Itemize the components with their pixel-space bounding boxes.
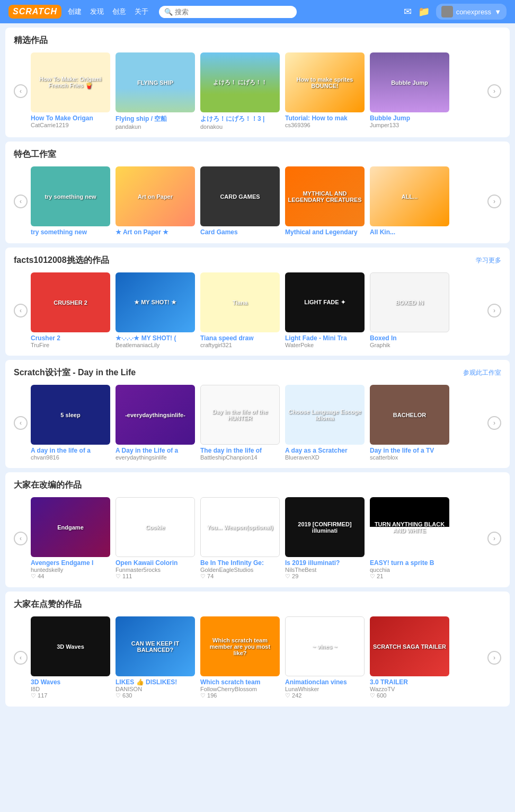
- folder-icon[interactable]: 📁: [418, 6, 430, 17]
- list-item[interactable]: Art on Paper★ Art on Paper ★: [116, 166, 195, 236]
- card-author: DANISON: [116, 686, 195, 692]
- list-item[interactable]: ~ vines ~Animationclan vinesLunaWhisker♡…: [285, 616, 365, 699]
- card-title: A Day in the Life of a: [116, 447, 195, 454]
- user-menu[interactable]: conexpress ▼: [436, 4, 507, 20]
- list-item[interactable]: MYTHICAL AND LEGENDARY CREATURESMythical…: [285, 166, 365, 236]
- dayinlife-section: Scratch设计室 - Day in the Life 参观此工作室 ‹ 5 …: [5, 360, 510, 468]
- dayinlife-link[interactable]: 参观此工作室: [463, 368, 501, 377]
- featured-next-btn[interactable]: ›: [487, 84, 501, 98]
- card-loves: ♡ 21: [370, 573, 449, 580]
- card-title: Mythical and Legendary: [285, 228, 365, 236]
- featured-prev-btn[interactable]: ‹: [14, 84, 28, 98]
- card-author: everydaythingsinlife: [116, 454, 195, 461]
- card-author: Funmaster5rocks: [116, 567, 195, 573]
- list-item[interactable]: How To Make: Origami French Fries 🍟How T…: [31, 52, 110, 130]
- card-title: LIKES 👍 DISLIKES!: [116, 678, 195, 686]
- list-item[interactable]: How to make sprites BOUNCE!Tutorial: How…: [285, 52, 365, 130]
- card-title: Animationclan vines: [285, 678, 365, 686]
- loved-section: 大家在点赞的作品 ‹ 3D Waves3D WavesI8D♡ 117CAN W…: [5, 592, 510, 707]
- curator-section: facts1012008挑选的作品 学习更多 ‹ CRUSHER 2Crushe…: [5, 248, 510, 356]
- list-item[interactable]: Which scratch team member are you most l…: [200, 616, 280, 699]
- list-item[interactable]: BOXED INBoxed InGraphik: [370, 272, 449, 348]
- nav-right: ✉ 📁 conexpress ▼: [404, 4, 507, 20]
- loved-next-btn[interactable]: ›: [487, 651, 501, 665]
- featured-items: How To Make: Origami French Fries 🍟How T…: [31, 52, 484, 130]
- card-author: cs369396: [285, 122, 365, 128]
- card-title: A day in the life of a: [31, 447, 110, 454]
- list-item[interactable]: CRUSHER 2Crusher 2TruFire: [31, 272, 110, 348]
- list-item[interactable]: -everydaythingsinlife-A Day in the Life …: [116, 385, 195, 461]
- list-item[interactable]: CARD GAMESCard Games: [200, 166, 280, 236]
- remixed-next-btn[interactable]: ›: [487, 532, 501, 545]
- card-title: ★ Art on Paper ★: [116, 228, 195, 236]
- list-item[interactable]: FLYING SHIPFlying ship / 空船pandakun: [116, 52, 195, 130]
- curator-items: CRUSHER 2Crusher 2TruFire★ MY SHOT! ★★·.…: [31, 272, 484, 348]
- card-title: try something new: [31, 228, 110, 236]
- list-item[interactable]: try something newtry something new: [31, 166, 110, 236]
- dayinlife-next-btn[interactable]: ›: [487, 416, 501, 430]
- card-loves: ♡ 44: [31, 573, 110, 580]
- username: conexpress: [456, 8, 491, 16]
- list-item[interactable]: BACHELORDay in the life of a TVscatterbl…: [370, 385, 449, 461]
- card-title: Be In The Infinity Ge:: [200, 559, 280, 567]
- list-item[interactable]: SCRATCH SAGA TRAILER3.0 TRAILERWazzoTV♡ …: [370, 616, 449, 699]
- list-item[interactable]: EndgameAvengers Endgame Ihuntedskelly♡ 4…: [31, 497, 110, 580]
- curator-prev-btn[interactable]: ‹: [14, 304, 28, 317]
- curator-header: facts1012008挑选的作品 学习更多: [14, 255, 501, 266]
- curator-link[interactable]: 学习更多: [476, 256, 501, 265]
- loved-header: 大家在点赞的作品: [14, 599, 501, 610]
- featured-title: 精选作品: [14, 35, 48, 46]
- nav-about[interactable]: 关于: [135, 7, 148, 16]
- curator-carousel: ‹ CRUSHER 2Crusher 2TruFire★ MY SHOT! ★★…: [14, 272, 501, 348]
- loved-prev-btn[interactable]: ‹: [14, 651, 28, 665]
- list-item[interactable]: TianaTiana speed drawcraftygirl321: [200, 272, 280, 348]
- curator-next-btn[interactable]: ›: [487, 304, 501, 317]
- scratch-logo[interactable]: SCRATCH: [8, 5, 61, 19]
- studios-header: 特色工作室: [14, 149, 501, 160]
- card-author: WazzoTV: [370, 686, 449, 692]
- list-item[interactable]: CookieOpen Kawaii ColorinFunmaster5rocks…: [116, 497, 195, 580]
- card-author: BeatlemaniacLily: [116, 342, 195, 348]
- remixed-items: EndgameAvengers Endgame Ihuntedskelly♡ 4…: [31, 497, 484, 580]
- remixed-carousel: ‹ EndgameAvengers Endgame Ihuntedskelly♡…: [14, 497, 501, 580]
- card-title: Crusher 2: [31, 334, 110, 342]
- card-author: LunaWhisker: [285, 686, 365, 692]
- list-item[interactable]: LIGHT FADE ✦Light Fade - Mini TraWaterPo…: [285, 272, 365, 348]
- nav-create[interactable]: 创建: [68, 7, 82, 16]
- featured-header: 精选作品: [14, 35, 501, 46]
- nav-links: 创建 发现 创意 关于: [68, 7, 148, 16]
- list-item[interactable]: Bubble JumpBubble JumpJumper133: [370, 52, 449, 130]
- list-item[interactable]: Day in the life of the HUNTERThe day in …: [200, 385, 280, 461]
- list-item[interactable]: ALL...All Kin...: [370, 166, 449, 236]
- list-item[interactable]: You... Weapon(optional)Be In The Infinit…: [200, 497, 280, 580]
- list-item[interactable]: 5 sleepA day in the life of achvan9816: [31, 385, 110, 461]
- card-title: Is 2019 illuminati?: [285, 559, 365, 567]
- search-input[interactable]: [175, 8, 291, 16]
- loved-title: 大家在点赞的作品: [14, 599, 82, 610]
- list-item[interactable]: よけろ！ にげろ！！よけろ！にげろ！！3 |donakou: [200, 52, 280, 130]
- card-author: huntedskelly: [31, 567, 110, 573]
- list-item[interactable]: ★ MY SHOT! ★★·.·.·.·★ MY SHOT! (Beatlema…: [116, 272, 195, 348]
- studios-section: 特色工作室 ‹ try something newtry something n…: [5, 142, 510, 243]
- card-author: BlueravenXD: [285, 454, 365, 461]
- list-item[interactable]: TURN ANYTHING BLACK AND WHITEEASY! turn …: [370, 497, 449, 580]
- card-title: The day in the life of: [200, 447, 280, 454]
- card-title: Tutorial: How to mak: [285, 114, 365, 122]
- studios-next-btn[interactable]: ›: [487, 195, 501, 208]
- featured-carousel: ‹ How To Make: Origami French Fries 🍟How…: [14, 52, 501, 130]
- remixed-title: 大家在改编的作品: [14, 480, 82, 491]
- search-icon: 🔍: [164, 8, 173, 16]
- card-author: chvan9816: [31, 454, 110, 461]
- nav-ideas[interactable]: 创意: [112, 7, 126, 16]
- mail-icon[interactable]: ✉: [404, 6, 412, 17]
- remixed-prev-btn[interactable]: ‹: [14, 532, 28, 545]
- studios-prev-btn[interactable]: ‹: [14, 195, 28, 208]
- list-item[interactable]: 2019 [CONFIRMED] illuminatiIs 2019 illum…: [285, 497, 365, 580]
- nav-discover[interactable]: 发现: [90, 7, 104, 16]
- list-item[interactable]: 3D Waves3D WavesI8D♡ 117: [31, 616, 110, 699]
- list-item[interactable]: Choose Language Escoge IdiomaA day as a …: [285, 385, 365, 461]
- card-author: GoldenEagleStudios: [200, 567, 280, 573]
- list-item[interactable]: CAN WE KEEP IT BALANCED?LIKES 👍 DISLIKES…: [116, 616, 195, 699]
- dayinlife-prev-btn[interactable]: ‹: [14, 416, 28, 430]
- card-title: Avengers Endgame I: [31, 559, 110, 567]
